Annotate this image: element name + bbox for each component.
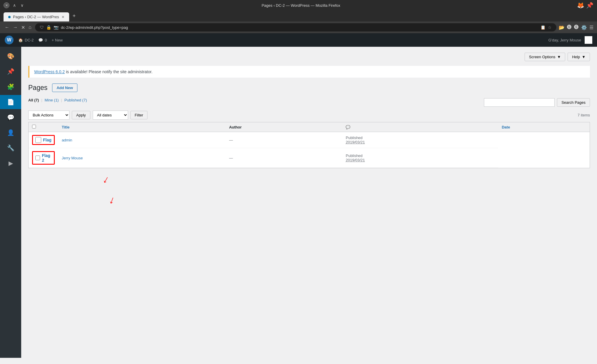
admin-bar-new[interactable]: + New: [52, 38, 63, 42]
apply-button[interactable]: Apply: [72, 111, 90, 119]
date-column-header[interactable]: Date: [498, 122, 590, 132]
sync-icon[interactable]: 🅢: [574, 25, 579, 30]
screen-options-button[interactable]: Screen Options ▼: [525, 53, 565, 61]
notice-message: is available! Please notify the site adm…: [65, 69, 152, 74]
annotation-arrow-1: ↓: [101, 173, 112, 186]
user-avatar[interactable]: [585, 36, 592, 44]
row-2-checkbox[interactable]: [35, 155, 40, 161]
author-admin-link[interactable]: admin: [62, 138, 72, 142]
forward-button[interactable]: →: [12, 24, 19, 31]
tab-dot: [8, 16, 11, 18]
update-notice: WordPress 6.0.2 is available! Please not…: [28, 66, 590, 78]
help-button[interactable]: Help ▼: [568, 53, 590, 61]
filter-mine[interactable]: Mine (1): [45, 98, 59, 102]
sidebar-item-tools[interactable]: 🔧: [0, 141, 21, 155]
customize-icon: 🎨: [7, 53, 14, 60]
window-minimize-button[interactable]: ∧: [12, 2, 17, 8]
browser-toolbar: 📂 🅤 🅢 ⚙️ ☰: [559, 25, 593, 30]
users-icon: 👤: [7, 129, 14, 136]
search-pages-button[interactable]: Search Pages: [557, 98, 590, 107]
sidebar-item-users[interactable]: 👤: [0, 126, 21, 140]
extension-icon[interactable]: 🅤: [567, 25, 572, 30]
home-button[interactable]: ⌂: [27, 24, 33, 31]
tab-close-button[interactable]: ✕: [62, 15, 64, 19]
play-icon: ▶: [9, 160, 13, 167]
sidebar-item-comments[interactable]: 💬: [0, 110, 21, 124]
greeting-text: G'day, Jerry Mouse: [548, 38, 581, 42]
page-flag-link[interactable]: Flag: [43, 138, 52, 142]
comment-bubble-icon: 💬: [38, 38, 43, 42]
search-pages-input[interactable]: [484, 98, 555, 107]
wp-version-link[interactable]: WordPress 6.0.2: [34, 69, 65, 74]
camera-icon: 📷: [54, 25, 59, 30]
row-1-comments: —: [225, 132, 342, 148]
url-text[interactable]: dc-2/wp-admin/edit.php?post_type=pag: [61, 25, 538, 30]
page-flag2-link[interactable]: Flag 2: [42, 153, 52, 163]
lock-icon: 🔒: [46, 25, 51, 30]
pages-table: Title Author 💬 Date: [29, 122, 590, 168]
row-2-checkbox-cell: Flag 2: [29, 148, 58, 168]
help-arrow: ▼: [582, 55, 586, 59]
header-buttons: Screen Options ▼ Help ▼: [525, 53, 590, 61]
sidebar: 🎨 📌 🧩 📄 💬 👤 🔧 ▶: [0, 47, 21, 358]
menu-icon[interactable]: ☰: [589, 25, 593, 30]
all-dates-select[interactable]: All dates: [93, 111, 128, 120]
refresh-button[interactable]: ✕: [20, 24, 26, 31]
bulk-actions-select[interactable]: Bulk Actions: [28, 111, 69, 120]
tab-label: Pages ‹ DC-2 — WordPres: [13, 15, 59, 19]
window-close-button[interactable]: ✕: [4, 2, 9, 8]
row-checkbox-cell: Flag: [29, 132, 58, 148]
pin-icon: 📌: [7, 68, 14, 75]
browser-tab-active[interactable]: Pages ‹ DC-2 — WordPres ✕: [4, 12, 69, 21]
filter-links: All (7) | Mine (1) | Published (7): [28, 98, 87, 102]
comments-icon: 💬: [7, 114, 14, 121]
comments-header-icon: 💬: [346, 125, 350, 129]
security-icon: 🛡: [40, 25, 44, 30]
author-column-header: Author: [225, 122, 342, 132]
bookmark-icon: ☆: [548, 25, 552, 30]
add-new-button[interactable]: Add New: [52, 84, 77, 92]
search-wrap: Search Pages: [484, 98, 590, 107]
row-1-date: Published 2019/03/21: [342, 132, 498, 148]
sidebar-item-plugins[interactable]: 🧩: [0, 80, 21, 94]
home-icon: 🏠: [18, 38, 23, 42]
pocket-icon[interactable]: 📂: [559, 25, 565, 30]
pages-icon: 📄: [7, 98, 14, 106]
address-bar[interactable]: 🛡 🔒 📷 dc-2/wp-admin/edit.php?post_type=p…: [35, 23, 556, 31]
help-label: Help: [572, 55, 580, 59]
sidebar-item-pin[interactable]: 📌: [0, 64, 21, 79]
row-2-author: Jerry Mouse: [58, 148, 225, 168]
admin-bar-right: G'day, Jerry Mouse: [548, 36, 592, 44]
browser-icons: 🦊 📌: [577, 2, 593, 9]
wp-logo[interactable]: W: [5, 36, 14, 44]
sidebar-item-customize[interactable]: 🎨: [0, 49, 21, 63]
filter-published[interactable]: Published (7): [64, 98, 87, 102]
row-1-checkbox[interactable]: [35, 137, 41, 143]
select-all-checkbox[interactable]: [32, 125, 36, 128]
new-tab-button[interactable]: +: [70, 11, 78, 21]
title-column-header[interactable]: Title: [58, 122, 225, 132]
author-jerry-link[interactable]: Jerry Mouse: [62, 156, 83, 160]
table-row: Flag admin — Published 2019/0: [29, 132, 590, 148]
date-sort-link[interactable]: Date: [502, 125, 510, 129]
filter-all[interactable]: All (7): [28, 98, 39, 102]
plugins-icon: 🧩: [7, 83, 14, 90]
admin-bar-site[interactable]: 🏠 DC-2: [18, 38, 34, 42]
window-maximize-button[interactable]: ∨: [19, 2, 25, 8]
title-sort-link[interactable]: Title: [62, 125, 70, 129]
filter-button[interactable]: Filter: [130, 111, 148, 119]
tools-icon: 🔧: [7, 144, 14, 151]
admin-bar: W 🏠 DC-2 💬 0 + New G'day, Jerry Mouse: [0, 33, 597, 47]
settings-icon[interactable]: ⚙️: [581, 25, 587, 30]
comments-column-header: 💬: [342, 122, 498, 132]
sidebar-item-play[interactable]: ▶: [0, 156, 21, 170]
new-label[interactable]: + New: [52, 38, 63, 42]
table-row: Flag 2 Jerry Mouse — Published: [29, 148, 590, 168]
window-title: Pages ‹ DC-2 — WordPress — Mozilla Firef…: [27, 3, 575, 8]
header-top-row: Screen Options ▼ Help ▼: [28, 53, 590, 61]
sidebar-item-pages[interactable]: 📄: [0, 95, 21, 109]
screen-options-arrow: ▼: [557, 55, 561, 59]
site-name[interactable]: DC-2: [25, 38, 34, 42]
admin-bar-comments[interactable]: 💬 0: [38, 38, 47, 42]
back-button[interactable]: ←: [4, 24, 11, 31]
